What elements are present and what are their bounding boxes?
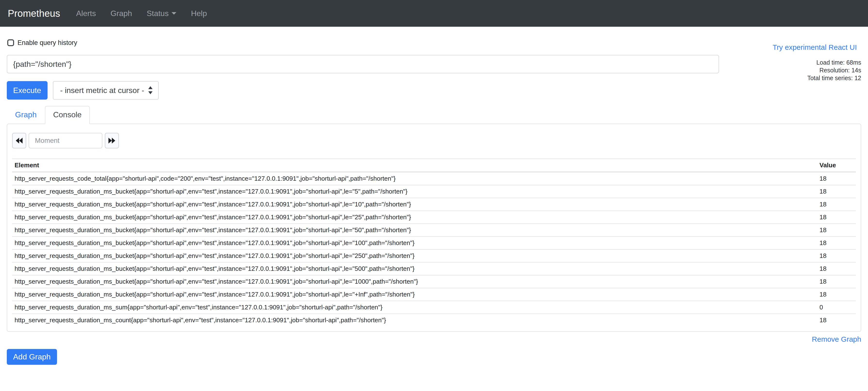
metric-element-cell: http_server_requests_duration_ms_bucket{… (12, 211, 817, 224)
table-row: http_server_requests_code_total{app="sho… (12, 172, 856, 185)
prometheus-app: Prometheus Alerts Graph Status Help Enab… (0, 0, 868, 391)
metric-value-cell: 18 (817, 185, 856, 198)
metric-element-cell: http_server_requests_duration_ms_sum{app… (12, 301, 817, 314)
insert-metric-select-value: - insert metric at cursor - (60, 86, 144, 95)
table-head: Element Value (12, 159, 856, 172)
nav-item-status-label: Status (147, 9, 168, 18)
tab-console[interactable]: Console (45, 106, 90, 124)
tab-graph[interactable]: Graph (7, 106, 45, 123)
enable-query-history-checkbox[interactable] (7, 39, 14, 46)
table-row: http_server_requests_duration_ms_bucket{… (12, 288, 856, 301)
metric-element-cell: http_server_requests_duration_ms_bucket{… (12, 185, 817, 198)
metric-value-cell: 18 (817, 275, 856, 288)
nav-item-graph[interactable]: Graph (103, 5, 139, 22)
console-table-body: http_server_requests_code_total{app="sho… (12, 172, 856, 327)
resolution-stat: Resolution: 14s (719, 66, 861, 74)
metric-value-cell: 18 (817, 211, 856, 224)
metric-element-cell: http_server_requests_code_total{app="sho… (12, 172, 817, 185)
table-row: http_server_requests_duration_ms_bucket{… (12, 185, 856, 198)
metric-element-cell: http_server_requests_duration_ms_bucket{… (12, 249, 817, 262)
query-stats: Load time: 68ms Resolution: 14s Total ti… (719, 58, 861, 82)
table-row: http_server_requests_duration_ms_count{a… (12, 314, 856, 327)
metric-value-cell: 18 (817, 249, 856, 262)
fast-forward-icon (108, 138, 115, 143)
remove-graph-link[interactable]: Remove Graph (812, 335, 861, 343)
add-graph-button[interactable]: Add Graph (7, 349, 57, 365)
nav-item-status[interactable]: Status (139, 5, 184, 22)
metric-value-cell: 0 (817, 301, 856, 314)
enable-query-history-label: Enable query history (18, 39, 77, 47)
moment-input[interactable] (29, 133, 102, 148)
console-results-table: Element Value http_server_requests_code_… (12, 159, 856, 327)
moment-controls (12, 133, 856, 148)
table-row: http_server_requests_duration_ms_bucket{… (12, 198, 856, 211)
metric-value-cell: 18 (817, 314, 856, 327)
remove-graph-row: Remove Graph (7, 335, 861, 344)
metric-element-cell: http_server_requests_duration_ms_count{a… (12, 314, 817, 327)
metric-value-cell: 18 (817, 288, 856, 301)
moment-prev-button[interactable] (12, 133, 26, 148)
query-area: Enable query history Execute - insert me… (7, 38, 861, 100)
load-time-stat: Load time: 68ms (719, 58, 861, 66)
table-row: http_server_requests_duration_ms_bucket{… (12, 262, 856, 275)
metric-value-cell: 18 (817, 198, 856, 211)
table-row: http_server_requests_duration_ms_bucket{… (12, 236, 856, 249)
rewind-icon (16, 138, 23, 143)
nav-links: Alerts Graph Status Help (69, 5, 214, 22)
query-history-row: Enable query history (7, 38, 719, 47)
table-row: http_server_requests_duration_ms_bucket{… (12, 275, 856, 288)
metric-element-cell: http_server_requests_duration_ms_bucket{… (12, 262, 817, 275)
metric-value-cell: 18 (817, 262, 856, 275)
query-right-column: Try experimental React UI Load time: 68m… (719, 38, 861, 100)
query-left-column: Enable query history Execute - insert me… (7, 38, 719, 100)
metric-value-cell: 18 (817, 224, 856, 236)
table-row: http_server_requests_duration_ms_bucket{… (12, 249, 856, 262)
select-arrows-icon (148, 86, 153, 94)
console-panel: Element Value http_server_requests_code_… (7, 123, 861, 332)
metric-element-cell: http_server_requests_duration_ms_bucket{… (12, 288, 817, 301)
metric-element-cell: http_server_requests_duration_ms_bucket{… (12, 198, 817, 211)
react-ui-link[interactable]: Try experimental React UI (773, 43, 857, 52)
table-row: http_server_requests_duration_ms_bucket{… (12, 224, 856, 236)
navbar: Prometheus Alerts Graph Status Help (0, 0, 868, 27)
query-expression-input[interactable] (7, 55, 719, 73)
execute-button[interactable]: Execute (7, 81, 48, 100)
element-column-header: Element (12, 159, 817, 172)
main-content: Enable query history Execute - insert me… (0, 38, 868, 374)
moment-next-button[interactable] (105, 133, 119, 148)
table-row: http_server_requests_duration_ms_bucket{… (12, 211, 856, 224)
metric-element-cell: http_server_requests_duration_ms_bucket{… (12, 224, 817, 236)
caret-down-icon (172, 12, 176, 15)
view-tabs: Graph Console (7, 106, 861, 123)
metric-element-cell: http_server_requests_duration_ms_bucket{… (12, 236, 817, 249)
nav-item-help[interactable]: Help (184, 5, 214, 22)
metric-value-cell: 18 (817, 236, 856, 249)
nav-item-alerts[interactable]: Alerts (69, 5, 103, 22)
brand-link[interactable]: Prometheus (8, 8, 60, 19)
total-time-series-stat: Total time series: 12 (719, 74, 861, 82)
insert-metric-select[interactable]: - insert metric at cursor - (53, 81, 159, 100)
value-column-header: Value (817, 159, 856, 172)
metric-element-cell: http_server_requests_duration_ms_bucket{… (12, 275, 817, 288)
table-row: http_server_requests_duration_ms_sum{app… (12, 301, 856, 314)
metric-value-cell: 18 (817, 172, 856, 185)
execute-row: Execute - insert metric at cursor - (7, 81, 719, 100)
